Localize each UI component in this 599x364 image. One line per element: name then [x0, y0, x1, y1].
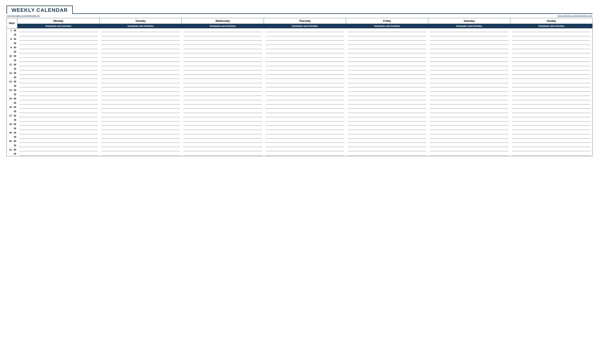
schedule-slot[interactable]: [264, 50, 346, 54]
schedule-slot[interactable]: [182, 135, 264, 139]
schedule-slot[interactable]: [428, 143, 510, 148]
schedule-slot[interactable]: [346, 152, 428, 156]
schedule-slot[interactable]: [18, 80, 100, 84]
schedule-slot[interactable]: [18, 101, 100, 105]
schedule-slot[interactable]: [346, 71, 428, 75]
schedule-slot[interactable]: [99, 75, 182, 80]
schedule-slot[interactable]: [99, 131, 182, 135]
schedule-slot[interactable]: [182, 131, 264, 135]
schedule-slot[interactable]: [18, 131, 100, 135]
schedule-slot[interactable]: [99, 97, 182, 101]
schedule-slot[interactable]: [346, 101, 428, 105]
schedule-slot[interactable]: [510, 54, 592, 58]
schedule-slot[interactable]: [510, 41, 592, 45]
schedule-slot[interactable]: [428, 41, 510, 45]
schedule-slot[interactable]: [182, 88, 264, 92]
schedule-slot[interactable]: [510, 62, 592, 67]
schedule-slot[interactable]: [18, 41, 100, 45]
schedule-slot[interactable]: [182, 122, 264, 126]
schedule-slot[interactable]: [99, 148, 182, 152]
schedule-slot[interactable]: [428, 105, 510, 109]
schedule-slot[interactable]: [346, 143, 428, 148]
schedule-slot[interactable]: [182, 58, 264, 62]
schedule-slot[interactable]: [99, 37, 182, 41]
schedule-slot[interactable]: [182, 33, 264, 37]
schedule-slot[interactable]: [182, 143, 264, 148]
schedule-slot[interactable]: [182, 62, 264, 67]
schedule-slot[interactable]: [99, 71, 182, 75]
schedule-slot[interactable]: [18, 84, 100, 88]
schedule-slot[interactable]: [510, 88, 592, 92]
schedule-slot[interactable]: [18, 139, 100, 143]
schedule-slot[interactable]: [182, 97, 264, 101]
schedule-slot[interactable]: [428, 109, 510, 114]
schedule-slot[interactable]: [18, 37, 100, 41]
schedule-slot[interactable]: [510, 105, 592, 109]
schedule-slot[interactable]: [264, 75, 346, 80]
schedule-slot[interactable]: [510, 131, 592, 135]
schedule-slot[interactable]: [18, 33, 100, 37]
schedule-slot[interactable]: [18, 122, 100, 126]
schedule-slot[interactable]: [428, 75, 510, 80]
schedule-slot[interactable]: [428, 131, 510, 135]
schedule-slot[interactable]: [428, 152, 510, 156]
schedule-slot[interactable]: [18, 58, 100, 62]
schedule-slot[interactable]: [264, 37, 346, 41]
schedule-slot[interactable]: [99, 62, 182, 67]
schedule-slot[interactable]: [99, 67, 182, 71]
schedule-slot[interactable]: [99, 122, 182, 126]
schedule-slot[interactable]: [428, 148, 510, 152]
schedule-slot[interactable]: [428, 92, 510, 97]
schedule-slot[interactable]: [510, 118, 592, 122]
schedule-slot[interactable]: [346, 97, 428, 101]
schedule-slot[interactable]: [264, 152, 346, 156]
schedule-slot[interactable]: [264, 139, 346, 143]
link-more-templates[interactable]: more templates at exceltemplate.net: [7, 15, 40, 17]
schedule-slot[interactable]: [510, 109, 592, 114]
schedule-slot[interactable]: [18, 92, 100, 97]
schedule-slot[interactable]: [428, 114, 510, 118]
schedule-slot[interactable]: [264, 105, 346, 109]
schedule-slot[interactable]: [264, 62, 346, 67]
schedule-slot[interactable]: [18, 45, 100, 50]
schedule-slot[interactable]: [99, 152, 182, 156]
schedule-slot[interactable]: [346, 54, 428, 58]
schedule-slot[interactable]: [264, 41, 346, 45]
schedule-slot[interactable]: [182, 101, 264, 105]
schedule-slot[interactable]: [99, 50, 182, 54]
schedule-slot[interactable]: [99, 139, 182, 143]
schedule-slot[interactable]: [346, 45, 428, 50]
schedule-slot[interactable]: [18, 152, 100, 156]
schedule-slot[interactable]: [510, 152, 592, 156]
schedule-slot[interactable]: [428, 33, 510, 37]
schedule-slot[interactable]: [182, 114, 264, 118]
schedule-slot[interactable]: [346, 139, 428, 143]
schedule-slot[interactable]: [264, 109, 346, 114]
schedule-slot[interactable]: [510, 148, 592, 152]
schedule-slot[interactable]: [99, 105, 182, 109]
schedule-slot[interactable]: [182, 148, 264, 152]
schedule-slot[interactable]: [510, 139, 592, 143]
schedule-slot[interactable]: [510, 37, 592, 41]
schedule-slot[interactable]: [264, 114, 346, 118]
schedule-slot[interactable]: [264, 67, 346, 71]
schedule-slot[interactable]: [264, 84, 346, 88]
schedule-slot[interactable]: [99, 58, 182, 62]
schedule-slot[interactable]: [346, 80, 428, 84]
schedule-slot[interactable]: [264, 135, 346, 139]
schedule-slot[interactable]: [18, 109, 100, 114]
schedule-slot[interactable]: [510, 135, 592, 139]
schedule-slot[interactable]: [346, 28, 428, 33]
schedule-slot[interactable]: [510, 71, 592, 75]
schedule-slot[interactable]: [99, 45, 182, 50]
schedule-slot[interactable]: [264, 80, 346, 84]
schedule-slot[interactable]: [346, 84, 428, 88]
schedule-slot[interactable]: [346, 41, 428, 45]
schedule-slot[interactable]: [510, 126, 592, 131]
schedule-slot[interactable]: [99, 135, 182, 139]
schedule-slot[interactable]: [510, 58, 592, 62]
schedule-slot[interactable]: [99, 28, 182, 33]
schedule-slot[interactable]: [510, 80, 592, 84]
schedule-slot[interactable]: [346, 92, 428, 97]
link-more-calendars[interactable]: more calendars at excelcalendars.com: [557, 15, 592, 17]
